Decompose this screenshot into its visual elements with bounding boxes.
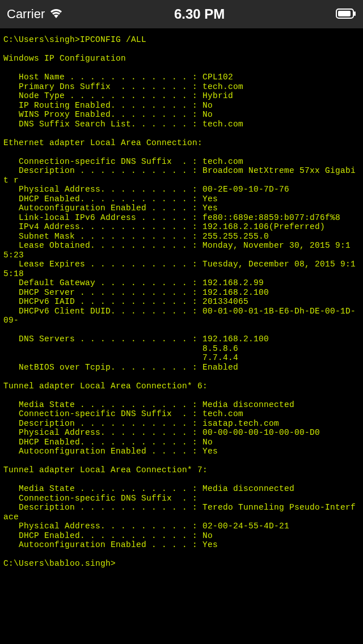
terminal-line: NetBIOS over Tcpip. . . . . . . . : Enab… xyxy=(3,363,360,372)
svg-rect-1 xyxy=(338,11,351,16)
terminal-line xyxy=(3,456,360,466)
terminal-line: Lease Expires . . . . . . . . . . : Tues… xyxy=(3,260,360,278)
terminal-line: 7.7.4.4 xyxy=(3,353,360,363)
terminal-line: Description . . . . . . . . . . . : Tere… xyxy=(3,503,360,522)
terminal-line: Description . . . . . . . . . . . : Broa… xyxy=(3,166,360,185)
svg-rect-2 xyxy=(354,11,356,16)
terminal-line xyxy=(3,63,360,73)
status-right xyxy=(336,9,356,20)
terminal-line: DHCP Enabled. . . . . . . . . . . : No xyxy=(3,531,360,541)
terminal-line: Tunnel adapter Local Area Connection* 7: xyxy=(3,465,360,475)
terminal-line xyxy=(3,475,360,485)
terminal-output[interactable]: C:\Users\singh>IPCONFIG /ALLWindows IP C… xyxy=(0,28,363,575)
terminal-line: 8.5.8.6 xyxy=(3,344,360,354)
status-time: 6.30 PM xyxy=(174,6,225,22)
carrier-label: Carrier xyxy=(7,7,45,22)
terminal-line: DHCP Enabled. . . . . . . . . . . : No xyxy=(3,438,360,447)
terminal-line: Media State . . . . . . . . . . . : Medi… xyxy=(3,400,360,410)
terminal-line xyxy=(3,129,360,138)
terminal-line: Connection-specific DNS Suffix . : tech.… xyxy=(3,157,360,167)
terminal-line: Connection-specific DNS Suffix . : tech.… xyxy=(3,409,360,419)
terminal-line xyxy=(3,325,360,335)
terminal-line: Connection-specific DNS Suffix . : xyxy=(3,494,360,503)
terminal-line: Autoconfiguration Enabled . . . . : Yes xyxy=(3,540,360,550)
status-left: Carrier xyxy=(7,7,63,22)
battery-icon xyxy=(336,9,356,20)
terminal-line xyxy=(3,147,360,157)
terminal-line: Description . . . . . . . . . . . : isat… xyxy=(3,419,360,429)
terminal-line: Link-local IPv6 Address . . . . . : fe80… xyxy=(3,213,360,223)
terminal-line: Subnet Mask . . . . . . . . . . . : 255.… xyxy=(3,232,360,242)
terminal-line: C:\Users\singh>IPCONFIG /ALL xyxy=(3,35,360,45)
terminal-line: Media State . . . . . . . . . . . : Medi… xyxy=(3,484,360,494)
status-bar: Carrier 6.30 PM xyxy=(0,0,363,28)
terminal-line: Node Type . . . . . . . . . . . . : Hybr… xyxy=(3,91,360,101)
terminal-line: IP Routing Enabled. . . . . . . . : No xyxy=(3,101,360,111)
terminal-line: Lease Obtained. . . . . . . . . . : Mond… xyxy=(3,241,360,260)
terminal-line: Autoconfiguration Enabled . . . . : Yes xyxy=(3,204,360,213)
terminal-line: DHCPv6 Client DUID. . . . . . . . : 00-0… xyxy=(3,307,360,325)
terminal-line: Host Name . . . . . . . . . . . . : CPL1… xyxy=(3,73,360,82)
terminal-line: Ethernet adapter Local Area Connection: xyxy=(3,138,360,148)
terminal-line: DNS Suffix Search List. . . . . . : tech… xyxy=(3,120,360,129)
terminal-line: Default Gateway . . . . . . . . . : 192.… xyxy=(3,278,360,288)
terminal-line: Physical Address. . . . . . . . . : 00-0… xyxy=(3,428,360,438)
terminal-line: DHCP Enabled. . . . . . . . . . . : Yes xyxy=(3,194,360,204)
terminal-line xyxy=(3,45,360,54)
terminal-line: Physical Address. . . . . . . . . : 00-2… xyxy=(3,185,360,194)
terminal-line: Autoconfiguration Enabled . . . . : Yes xyxy=(3,447,360,456)
terminal-line xyxy=(3,372,360,382)
wifi-icon xyxy=(49,7,63,22)
terminal-line: DHCP Server . . . . . . . . . . . : 192.… xyxy=(3,288,360,298)
terminal-line: C:\Users\babloo.singh> xyxy=(3,559,360,569)
terminal-line xyxy=(3,550,360,560)
terminal-line: DNS Servers . . . . . . . . . . . : 192.… xyxy=(3,334,360,344)
terminal-line: WINS Proxy Enabled. . . . . . . . : No xyxy=(3,110,360,120)
terminal-line: Windows IP Configuration xyxy=(3,54,360,63)
terminal-line: Tunnel adapter Local Area Connection* 6: xyxy=(3,382,360,391)
terminal-line: DHCPv6 IAID . . . . . . . . . . . : 2013… xyxy=(3,297,360,307)
terminal-line: Primary Dns Suffix . . . . . . . : tech.… xyxy=(3,82,360,92)
terminal-line: Physical Address. . . . . . . . . : 02-0… xyxy=(3,522,360,531)
terminal-line xyxy=(3,391,360,400)
terminal-line: IPv4 Address. . . . . . . . . . . : 192.… xyxy=(3,222,360,232)
